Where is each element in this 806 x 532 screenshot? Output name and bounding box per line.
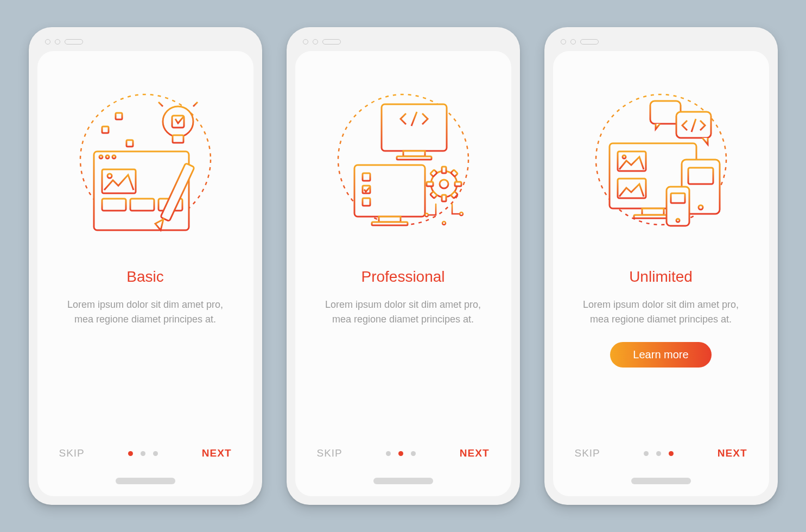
page-indicator: [386, 451, 416, 456]
svg-line-12: [158, 102, 163, 106]
status-indicator: [295, 36, 511, 51]
sliders-lightbulb-browser-pencil-icon: [64, 84, 227, 246]
svg-rect-77: [688, 168, 713, 184]
devices-chat-code-icon: [580, 84, 742, 246]
svg-rect-31: [382, 104, 447, 151]
page-dot[interactable]: [398, 451, 403, 456]
learn-more-button[interactable]: Learn more: [610, 342, 711, 368]
skip-button[interactable]: SKIP: [575, 447, 600, 459]
svg-rect-82: [671, 193, 685, 203]
page-indicator: [644, 451, 674, 456]
svg-rect-8: [173, 135, 183, 143]
code-monitor-checklist-gear-icon: [322, 84, 485, 246]
onboarding-screen-basic: Basic Lorem ipsum dolor sit dim amet pro…: [37, 51, 253, 496]
svg-line-11: [193, 102, 198, 106]
svg-rect-2: [116, 113, 122, 119]
svg-rect-33: [397, 156, 431, 160]
svg-rect-24: [130, 199, 154, 211]
page-dot[interactable]: [644, 451, 649, 456]
next-button[interactable]: NEXT: [718, 447, 747, 459]
home-indicator: [631, 478, 691, 484]
screen-description: Lorem ipsum dolor sit dim amet pro, mea …: [575, 297, 747, 327]
page-dot[interactable]: [153, 451, 158, 456]
page-indicator: [128, 451, 158, 456]
svg-rect-50: [427, 182, 433, 186]
svg-rect-51: [455, 182, 461, 186]
page-dot[interactable]: [141, 451, 145, 456]
svg-rect-40: [363, 173, 370, 181]
svg-rect-23: [102, 199, 126, 211]
screen-title: Basic: [126, 268, 163, 286]
screen-title: Unlimited: [629, 268, 693, 286]
svg-rect-42: [363, 198, 370, 206]
svg-rect-4: [102, 126, 109, 133]
page-dot[interactable]: [386, 451, 391, 456]
skip-button[interactable]: SKIP: [59, 447, 85, 459]
svg-point-47: [440, 180, 448, 188]
phone-frame: Basic Lorem ipsum dolor sit dim amet pro…: [29, 27, 262, 505]
status-indicator: [553, 36, 769, 51]
home-indicator: [116, 478, 175, 484]
page-dot[interactable]: [669, 451, 674, 456]
screen-description: Lorem ipsum dolor sit dim amet pro, mea …: [317, 297, 490, 327]
screen-title: Professional: [361, 268, 445, 286]
svg-rect-39: [372, 222, 408, 225]
phone-frame: Professional Lorem ipsum dolor sit dim a…: [287, 27, 520, 505]
onboarding-screen-unlimited: Unlimited Lorem ipsum dolor sit dim amet…: [553, 51, 769, 496]
home-indicator: [373, 478, 433, 484]
onboarding-screen-professional: Professional Lorem ipsum dolor sit dim a…: [295, 51, 511, 496]
next-button[interactable]: NEXT: [460, 447, 490, 459]
page-dot[interactable]: [128, 451, 133, 456]
next-button[interactable]: NEXT: [202, 447, 232, 459]
svg-rect-48: [442, 167, 446, 173]
nav-bar: SKIP NEXT: [553, 447, 769, 459]
screen-description: Lorem ipsum dolor sit dim amet pro, mea …: [59, 297, 232, 327]
svg-rect-6: [126, 140, 133, 147]
page-dot[interactable]: [411, 451, 416, 456]
phone-frame: Unlimited Lorem ipsum dolor sit dim amet…: [544, 27, 778, 505]
skip-button[interactable]: SKIP: [317, 447, 342, 459]
svg-rect-49: [442, 195, 446, 201]
nav-bar: SKIP NEXT: [295, 447, 511, 459]
page-dot[interactable]: [656, 451, 661, 456]
svg-point-56: [425, 213, 428, 217]
nav-bar: SKIP NEXT: [37, 447, 253, 459]
svg-point-58: [460, 212, 463, 216]
svg-rect-66: [642, 208, 664, 215]
status-indicator: [37, 36, 253, 51]
svg-point-57: [442, 221, 446, 225]
